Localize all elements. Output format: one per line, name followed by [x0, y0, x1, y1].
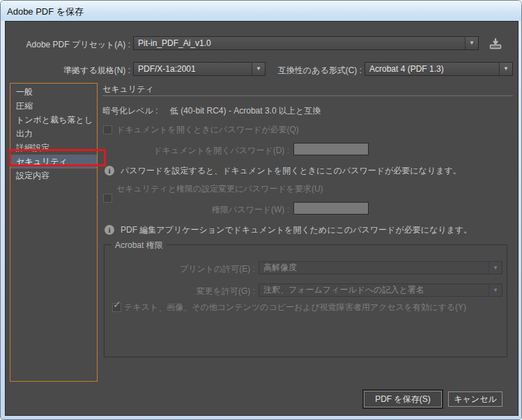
standard-label: 準拠する規格(N) :	[15, 65, 130, 77]
preset-dropdown[interactable]: Pit-in_PDF_Ai_v1.0 ▼	[133, 36, 479, 50]
window-title: Adobe PDF を保存	[7, 6, 84, 18]
sidebar-item-compression[interactable]: 圧縮	[10, 99, 97, 113]
info-open-text: パスワードを設定すると、ドキュメントを開くときにこのパスワードが必要になります。	[121, 165, 461, 177]
save-adobe-pdf-dialog: Adobe PDF を保存 Adobe PDF プリセット(A) : Pit-i…	[0, 0, 522, 420]
save-preset-button[interactable]	[486, 36, 505, 51]
encryption-level-label: 暗号化レベル :	[102, 106, 158, 116]
standard-dropdown-value: PDF/X-1a:2001	[134, 64, 252, 74]
changes-allowed-value: 注釈、フォームフィールドへの記入と署名	[259, 284, 489, 296]
printing-allowed-dropdown[interactable]: 高解像度 ▼	[259, 261, 502, 274]
chevron-down-icon: ▼	[493, 265, 498, 271]
panel-title-divider	[102, 95, 513, 96]
standard-dropdown-arrow-button[interactable]: ▼	[252, 63, 265, 75]
encryption-level-row: 暗号化レベル : 低 (40-bit RC4) - Acrobat 3.0 以上…	[102, 105, 321, 117]
compatibility-dropdown[interactable]: Acrobat 4 (PDF 1.3) ▼	[364, 62, 513, 76]
info-perm-text: PDF 編集アプリケーションでドキュメントを開くためにこのパスワードが必要になり…	[121, 224, 472, 236]
category-list: 一般 圧縮 トンボと裁ち落とし 出力 詳細設定 セキュリティ 設定内容	[10, 83, 98, 382]
sidebar-item-advanced[interactable]: 詳細設定	[10, 141, 97, 155]
preset-label: Adobe PDF プリセット(A) :	[15, 39, 130, 51]
save-preset-download-icon	[488, 37, 503, 50]
sidebar-item-marks-bleeds[interactable]: トンボと裁ち落とし	[10, 113, 97, 127]
permissions-password-input[interactable]	[293, 202, 369, 215]
chevron-down-icon: ▼	[469, 40, 475, 46]
copy-access-checkbox-label: テキスト、画像、その他コンテンツのコピーおよび視覚障害者用アクセスを有効にする(…	[124, 302, 466, 313]
sidebar-item-security[interactable]: セキュリティ	[10, 155, 97, 169]
permissions-password-checkbox-label: セキュリティと権限の設定変更にパスワードを要求(U)	[116, 183, 323, 195]
open-password-input[interactable]	[293, 143, 369, 155]
standard-dropdown[interactable]: PDF/X-1a:2001 ▼	[133, 62, 266, 76]
title-bar[interactable]: Adobe PDF を保存	[1, 1, 521, 21]
sidebar-item-general[interactable]: 一般	[10, 85, 97, 99]
info-icon: i	[105, 166, 114, 176]
open-password-field-label: ドキュメントを開くパスワード(D) :	[102, 145, 289, 157]
compatibility-dropdown-value: Acrobat 4 (PDF 1.3)	[365, 64, 499, 74]
encryption-level-value: 低 (40-bit RC4) - Acrobat 3.0 以上と互換	[170, 106, 321, 116]
permissions-password-checkbox[interactable]	[103, 194, 112, 203]
acrobat-permissions-group: Acrobat 権限 プリントの許可(E) : 高解像度 ▼ 変更を許可(G) …	[104, 244, 507, 357]
checkmark-icon: ✓	[113, 300, 121, 309]
chevron-down-icon: ▼	[493, 288, 498, 293]
info-row-perm: i	[105, 223, 114, 235]
preset-dropdown-value: Pit-in_PDF_Ai_v1.0	[134, 38, 465, 48]
compatibility-dropdown-arrow-button[interactable]: ▼	[499, 63, 512, 75]
sidebar-item-summary[interactable]: 設定内容	[10, 169, 97, 182]
changes-allowed-dropdown[interactable]: 注釈、フォームフィールドへの記入と署名 ▼	[259, 283, 502, 297]
chevron-down-icon: ▼	[256, 66, 261, 72]
cancel-button[interactable]: キャンセル	[448, 391, 502, 407]
changes-allowed-dropdown-arrow-button[interactable]: ▼	[489, 284, 502, 296]
save-pdf-button[interactable]: PDF を保存(S)	[364, 391, 442, 407]
printing-allowed-value: 高解像度	[259, 262, 489, 274]
open-password-checkbox-label: ドキュメントを開くときにパスワードが必要(Q)	[116, 124, 299, 136]
changes-allowed-label: 変更を許可(G) :	[127, 286, 255, 297]
preset-dropdown-arrow-button[interactable]: ▼	[465, 37, 478, 49]
info-row-open: i	[105, 164, 114, 176]
compatibility-label: 互換性のある形式(C) :	[269, 65, 362, 77]
printing-allowed-label: プリントの許可(E) :	[127, 263, 255, 275]
permissions-password-field-label: 権限パスワード(W) :	[172, 204, 289, 216]
copy-access-checkbox[interactable]: ✓	[112, 303, 121, 312]
open-password-checkbox[interactable]	[103, 125, 112, 134]
printing-allowed-dropdown-arrow-button[interactable]: ▼	[489, 262, 502, 274]
chevron-down-icon: ▼	[503, 66, 509, 72]
panel-title: セキュリティ	[102, 84, 154, 95]
sidebar-item-output[interactable]: 出力	[10, 127, 97, 141]
info-icon: i	[105, 225, 114, 235]
acrobat-permissions-group-title: Acrobat 権限	[112, 240, 167, 251]
